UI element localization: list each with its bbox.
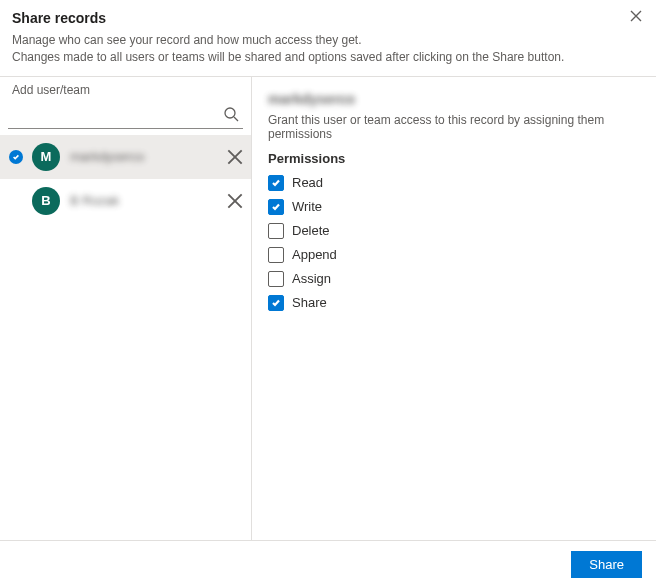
permissions-instruction: Grant this user or team access to this r… — [268, 113, 640, 141]
dialog-footer: Share — [0, 541, 656, 587]
permissions-list: ReadWriteDeleteAppendAssignShare — [268, 172, 640, 314]
desc-line-1: Manage who can see your record and how m… — [12, 32, 644, 49]
add-user-label: Add user/team — [0, 77, 251, 101]
permission-label: Read — [292, 175, 323, 190]
selection-mark — [8, 149, 24, 165]
remove-user-button[interactable] — [227, 193, 243, 209]
permission-label: Write — [292, 199, 322, 214]
user-name: B Rozak — [70, 193, 227, 208]
svg-point-0 — [225, 108, 235, 118]
user-name: markdyserco — [70, 149, 227, 164]
dialog-header: Share records — [0, 0, 656, 32]
dialog-description: Manage who can see your record and how m… — [0, 32, 656, 77]
permission-row: Write — [268, 196, 640, 218]
permission-checkbox[interactable] — [268, 271, 284, 287]
left-pane: Add user/team MmarkdysercoBB Rozak — [0, 77, 252, 540]
close-button[interactable] — [630, 10, 646, 26]
avatar: M — [32, 143, 60, 171]
permission-row: Read — [268, 172, 640, 194]
permission-row: Share — [268, 292, 640, 314]
share-dialog: Share records Manage who can see your re… — [0, 0, 656, 587]
permission-checkbox[interactable] — [268, 199, 284, 215]
permission-row: Assign — [268, 268, 640, 290]
permission-row: Delete — [268, 220, 640, 242]
share-button[interactable]: Share — [571, 551, 642, 578]
search-row — [8, 101, 243, 129]
selected-user-name: markdyserco — [268, 91, 640, 107]
user-list: MmarkdysercoBB Rozak — [0, 135, 251, 540]
permission-checkbox[interactable] — [268, 295, 284, 311]
dialog-title: Share records — [12, 10, 644, 26]
dialog-body: Add user/team MmarkdysercoBB Rozak markd… — [0, 77, 656, 541]
right-pane: markdyserco Grant this user or team acce… — [252, 77, 656, 540]
avatar: B — [32, 187, 60, 215]
permissions-heading: Permissions — [268, 151, 640, 166]
permission-checkbox[interactable] — [268, 175, 284, 191]
desc-line-2: Changes made to all users or teams will … — [12, 49, 644, 66]
permission-label: Append — [292, 247, 337, 262]
permission-checkbox[interactable] — [268, 223, 284, 239]
permission-label: Delete — [292, 223, 330, 238]
permission-checkbox[interactable] — [268, 247, 284, 263]
permission-label: Share — [292, 295, 327, 310]
search-input[interactable] — [8, 103, 223, 126]
permission-row: Append — [268, 244, 640, 266]
close-icon — [630, 10, 642, 22]
remove-user-button[interactable] — [227, 149, 243, 165]
user-row[interactable]: BB Rozak — [0, 179, 251, 223]
permission-label: Assign — [292, 271, 331, 286]
user-row[interactable]: Mmarkdyserco — [0, 135, 251, 179]
search-icon[interactable] — [223, 106, 239, 122]
